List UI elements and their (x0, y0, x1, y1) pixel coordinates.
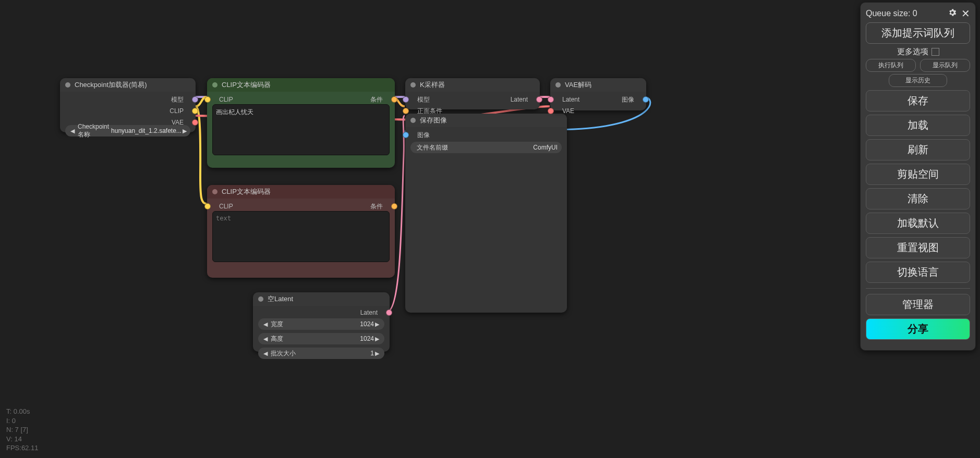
chevron-left-icon[interactable]: ◀ (262, 336, 269, 342)
node-clip-encode-positive[interactable]: CLIP文本编码器 CLIP 条件 (207, 78, 395, 168)
title-text: CLIP文本编码器 (222, 78, 271, 92)
reset-view-button[interactable]: 重置视图 (866, 237, 970, 258)
chevron-right-icon[interactable]: ▶ (374, 336, 380, 342)
refresh-button[interactable]: 刷新 (866, 139, 970, 160)
more-options-label: 更多选项 (897, 47, 928, 57)
prompt-textarea[interactable] (212, 211, 390, 262)
title-text: VAE解码 (565, 78, 591, 92)
title-text: CLIP文本编码器 (222, 185, 271, 199)
stat-t: T: 0.00s (6, 407, 38, 416)
port-icon[interactable] (548, 96, 554, 103)
node-graph-canvas[interactable]: Checkpoint加载器(简易) 模型 CLIP VAE ◀ Checkpoi… (0, 0, 980, 458)
node-title[interactable]: 保存图像 (405, 114, 567, 127)
title-text: Checkpoint加载器(简易) (75, 78, 147, 92)
load-default-button[interactable]: 加载默认 (866, 213, 970, 234)
node-clip-encode-negative[interactable]: CLIP文本编码器 CLIP 条件 (207, 185, 395, 278)
perf-stats: T: 0.00s I: 0 N: 7 [7] V: 14 FPS:62.11 (6, 407, 38, 453)
manager-button[interactable]: 管理器 (866, 294, 970, 315)
queue-prompt-button[interactable]: 添加提示词队列 (866, 22, 970, 44)
port-icon[interactable] (548, 108, 554, 114)
prompt-textarea[interactable] (212, 104, 390, 155)
port-icon[interactable] (643, 96, 649, 103)
batch-widget[interactable]: ◀ 批次大小 1 ▶ (258, 348, 384, 359)
clipspace-button[interactable]: 剪贴空间 (866, 164, 970, 185)
title-text: 保存图像 (420, 114, 447, 127)
port-icon[interactable] (403, 108, 409, 114)
stat-fps: FPS:62.11 (6, 443, 38, 453)
collapse-dot-icon[interactable] (258, 296, 263, 302)
input-latent[interactable]: Latent (548, 95, 579, 104)
output-latent[interactable]: Latent (511, 95, 542, 104)
node-save-image[interactable]: 保存图像 图像 文件名前缀 ComfyUI (405, 114, 567, 313)
load-button[interactable]: 加载 (866, 115, 970, 136)
more-options-row[interactable]: 更多选项 (866, 47, 970, 57)
input-vae[interactable]: VAE (548, 106, 574, 116)
chevron-right-icon[interactable]: ▶ (374, 350, 380, 357)
port-icon[interactable] (403, 96, 409, 103)
collapse-dot-icon[interactable] (65, 82, 70, 88)
collapse-dot-icon[interactable] (555, 82, 561, 88)
node-ksampler[interactable]: K采样器 模型 正面条件 Latent (405, 78, 540, 109)
checkpoint-name-widget[interactable]: ◀ Checkpoint名称 hunyuan_dit_1.2.safete...… (65, 125, 190, 137)
chevron-left-icon[interactable]: ◀ (262, 350, 269, 357)
node-title[interactable]: VAE解码 (550, 78, 646, 92)
height-widget[interactable]: ◀ 高度 1024 ▶ (258, 333, 384, 344)
output-image[interactable]: 图像 (622, 95, 649, 104)
node-title[interactable]: K采样器 (405, 78, 540, 92)
share-button[interactable]: 分享 (866, 318, 970, 340)
chevron-right-icon[interactable]: ▶ (374, 321, 380, 328)
toggle-language-button[interactable]: 切换语言 (866, 262, 970, 283)
node-empty-latent[interactable]: 空Latent Latent ◀ 宽度 1024 ▶ ◀ 高度 1024 ▶ ◀… (253, 292, 390, 352)
node-title[interactable]: 空Latent (253, 292, 390, 306)
width-widget[interactable]: ◀ 宽度 1024 ▶ (258, 318, 384, 330)
chevron-left-icon[interactable]: ◀ (262, 321, 269, 328)
show-queue-button[interactable]: 显示队列 (920, 59, 970, 72)
exec-queue-button[interactable]: 执行队列 (866, 59, 916, 72)
chevron-left-icon[interactable]: ◀ (69, 128, 76, 134)
more-options-checkbox[interactable] (931, 48, 939, 56)
filename-prefix-widget[interactable]: 文件名前缀 ComfyUI (410, 142, 562, 153)
show-history-button[interactable]: 显示历史 (889, 74, 947, 87)
port-icon[interactable] (536, 96, 542, 103)
node-title[interactable]: Checkpoint加载器(简易) (60, 78, 196, 92)
title-text: K采样器 (420, 78, 445, 92)
stat-n: N: 7 [7] (6, 425, 38, 435)
gear-icon[interactable] (948, 8, 957, 19)
collapse-dot-icon[interactable] (212, 82, 217, 88)
clear-button[interactable]: 清除 (866, 188, 970, 209)
node-title[interactable]: CLIP文本编码器 (207, 78, 395, 92)
collapse-dot-icon[interactable] (410, 118, 416, 123)
node-title[interactable]: CLIP文本编码器 (207, 185, 395, 199)
node-vae-decode[interactable]: VAE解码 Latent VAE 图像 (550, 78, 646, 110)
collapse-dot-icon[interactable] (212, 189, 217, 194)
close-icon[interactable]: ✕ (961, 10, 970, 17)
node-checkpoint-loader[interactable]: Checkpoint加载器(简易) 模型 CLIP VAE ◀ Checkpoi… (60, 78, 196, 132)
chevron-right-icon[interactable]: ▶ (182, 128, 188, 134)
stat-v: V: 14 (6, 435, 38, 444)
control-panel[interactable]: Queue size: 0 ✕ 添加提示词队列 更多选项 执行队列 显示队列 显… (860, 2, 976, 351)
save-button[interactable]: 保存 (866, 90, 970, 112)
title-text: 空Latent (268, 292, 293, 306)
stat-i: I: 0 (6, 416, 38, 426)
collapse-dot-icon[interactable] (410, 82, 416, 88)
input-model[interactable]: 模型 (403, 95, 430, 104)
divider (866, 288, 970, 289)
queue-size-label: Queue size: 0 (866, 9, 917, 18)
